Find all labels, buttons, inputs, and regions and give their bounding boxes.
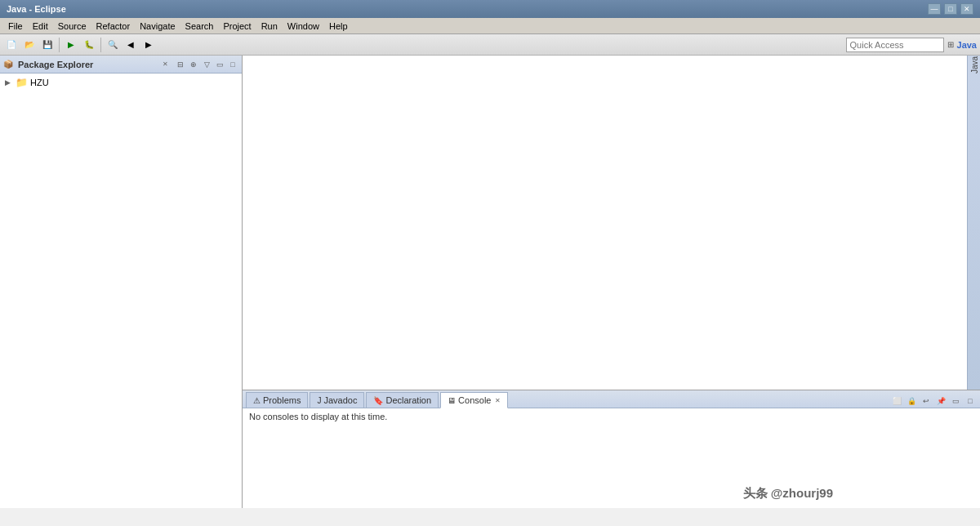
java-perspective-label: Java [957,40,977,50]
panel-controls: ⊟ ⊕ ▽ ▭ □ [175,59,238,70]
right-sidebar: Java [967,56,980,390]
quick-access-input[interactable] [846,38,944,52]
tab-console[interactable]: 🖥 Console ✕ [440,392,508,408]
watermark: 头条 @zhourj99 [743,486,833,501]
tab-problems[interactable]: ⚠ Problems [246,392,308,408]
search-button[interactable]: 🔍 [105,37,121,53]
pin-console-button[interactable]: 📌 [934,394,947,408]
main-layout: 📦 Package Explorer ✕ ⊟ ⊕ ▽ ▭ □ ▶ 📁 HZU [0,56,980,508]
bottom-panel: ⚠ Problems J Javadoc 🔖 Declaration 🖥 Con… [243,390,980,508]
javadoc-icon: J [317,396,321,405]
tree-expand-arrow[interactable]: ▶ [5,78,13,87]
prev-button[interactable]: ◀ [122,37,139,53]
menu-item-edit[interactable]: Edit [28,20,53,33]
menu-item-help[interactable]: Help [324,20,353,33]
center-right: Java ⚠ Problems J Javadoc � [243,56,980,508]
package-explorer-content: ▶ 📁 HZU [0,74,242,508]
editor-area[interactable] [243,56,967,390]
separator-1 [59,38,60,52]
package-explorer-header: 📦 Package Explorer ✕ ⊟ ⊕ ▽ ▭ □ [0,56,242,74]
menu-item-search[interactable]: Search [180,20,219,33]
menu-bar: FileEditSourceRefactorNavigateSearchProj… [0,18,980,34]
declaration-icon: 🔖 [373,396,383,405]
perspective-icon[interactable]: ⊞ [947,40,954,49]
minimize-console-button[interactable]: ▭ [949,394,962,408]
menu-item-navigate[interactable]: Navigate [135,20,180,33]
console-icon: 🖥 [448,396,456,405]
maximize-button[interactable]: □ [944,3,957,15]
console-message: No consoles to display at this time. [249,412,387,421]
java-sidebar-btn[interactable]: Java [969,59,980,70]
next-button[interactable]: ▶ [140,37,157,53]
project-icon: 📁 [16,77,28,88]
minimize-button[interactable]: — [928,3,941,15]
word-wrap-button[interactable]: ↩ [920,394,933,408]
new-button[interactable]: 📄 [3,37,20,53]
package-explorer-title: Package Explorer [18,60,158,69]
tree-item-hzu[interactable]: ▶ 📁 HZU [2,75,240,90]
toolbar: 📄 📂 💾 ▶ 🐛 🔍 ◀ ▶ ⊞ Java [0,34,980,56]
tab-declaration[interactable]: 🔖 Declaration [366,392,439,408]
window-controls: — □ ✕ [928,3,973,15]
project-label: HZU [30,78,49,87]
bottom-tabs-bar: ⚠ Problems J Javadoc 🔖 Declaration 🖥 Con… [243,390,980,408]
quick-access-area: ⊞ Java [846,38,977,52]
link-editor-button[interactable]: ⊕ [188,59,199,70]
menu-item-window[interactable]: Window [283,20,324,33]
close-button[interactable]: ✕ [960,3,973,15]
menu-item-run[interactable]: Run [256,20,283,33]
scroll-lock-button[interactable]: 🔒 [905,394,918,408]
open-button[interactable]: 📂 [21,37,38,53]
tab-problems-label: Problems [263,395,301,405]
save-button[interactable]: 💾 [39,37,56,53]
view-menu-button[interactable]: ▽ [201,59,212,70]
console-tab-close[interactable]: ✕ [495,397,501,404]
panel-close-x: ✕ [163,60,168,68]
clear-console-button[interactable]: ⬜ [890,394,903,408]
window-title: Java - Eclipse [7,4,66,14]
editor-and-sidebar: Java [243,56,980,390]
collapse-all-button[interactable]: ⊟ [175,59,186,70]
menu-item-file[interactable]: File [3,20,28,33]
package-explorer-icon: 📦 [3,60,13,69]
console-content: No consoles to display at this time. [243,408,980,508]
package-explorer-panel: 📦 Package Explorer ✕ ⊟ ⊕ ▽ ▭ □ ▶ 📁 HZU [0,56,243,508]
menu-item-refactor[interactable]: Refactor [91,20,136,33]
run-button[interactable]: ▶ [63,37,79,53]
console-toolbar: ⬜ 🔒 ↩ 📌 ▭ □ [890,394,977,408]
tab-console-label: Console [458,395,491,405]
title-bar: Java - Eclipse — □ ✕ [0,0,980,18]
problems-icon: ⚠ [253,396,261,405]
menu-item-project[interactable]: Project [218,20,256,33]
maximize-panel-button[interactable]: □ [227,59,238,70]
maximize-console-button[interactable]: □ [964,394,977,408]
tab-javadoc[interactable]: J Javadoc [310,392,364,408]
menu-item-source[interactable]: Source [53,20,91,33]
tab-javadoc-label: Javadoc [323,395,357,405]
minimize-panel-button[interactable]: ▭ [214,59,225,70]
separator-2 [100,38,101,52]
debug-button[interactable]: 🐛 [81,37,97,53]
tab-declaration-label: Declaration [385,395,431,405]
